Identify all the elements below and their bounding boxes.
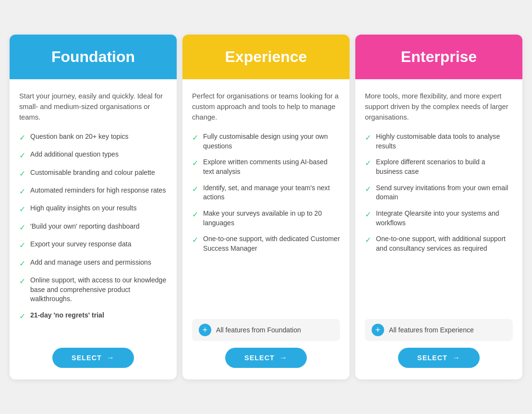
checkmark-icon: ✓ xyxy=(19,258,25,269)
plan-body-enterprise: More tools, more flexibility, and more e… xyxy=(355,79,522,298)
all-features-row: +All features from Foundation xyxy=(192,319,340,341)
feature-text: Question bank on 20+ key topics xyxy=(30,132,129,142)
list-item: ✓Integrate Qlearsite into your systems a… xyxy=(365,209,513,228)
plan-card-foundation: FoundationStart your journey, easily and… xyxy=(10,35,177,380)
checkmark-icon: ✓ xyxy=(365,209,371,220)
feature-text: Customisable branding and colour palette xyxy=(30,168,155,178)
feature-text: Send survey invitations from your own em… xyxy=(376,183,513,202)
select-label: SELECT xyxy=(244,354,275,362)
plan-description-experience: Perfect for organisations or teams looki… xyxy=(192,91,340,122)
list-item: ✓High quality insights on your results xyxy=(19,204,167,215)
checkmark-icon: ✓ xyxy=(19,240,25,251)
list-item: ✓One-to-one support, with additional sup… xyxy=(365,234,513,253)
feature-list-foundation: ✓Question bank on 20+ key topics✓Add add… xyxy=(19,132,167,329)
feature-text: Fully customisable design using your own… xyxy=(203,132,340,151)
feature-text: One-to-one support, with dedicated Custo… xyxy=(203,234,340,253)
list-item: ✓Automated reminders for high response r… xyxy=(19,186,167,197)
plan-title-experience: Experience xyxy=(192,48,340,66)
list-item: ✓Online support, with access to our know… xyxy=(19,276,167,304)
checkmark-icon: ✓ xyxy=(365,184,371,195)
feature-text: High quality insights on your results xyxy=(30,204,136,213)
feature-text: Online support, with access to our knowl… xyxy=(30,276,167,304)
feature-text: Explore written comments using AI-based … xyxy=(203,158,340,176)
select-label: SELECT xyxy=(72,354,102,362)
select-button-experience[interactable]: SELECT→ xyxy=(225,348,307,368)
list-item: ✓One-to-one support, with dedicated Cust… xyxy=(192,234,340,253)
list-item: ✓Add additional question types xyxy=(19,150,167,161)
feature-list-enterprise: ✓Highly customisable data tools to analy… xyxy=(365,132,513,286)
list-item: ✓Export your survey response data xyxy=(19,240,167,251)
list-item: ✓Add and manage users and permissions xyxy=(19,258,167,269)
all-features-text: All features from Foundation xyxy=(216,326,301,334)
all-features-text: All features from Experience xyxy=(389,326,474,334)
list-item: ✓'Build your own' reporting dashboard xyxy=(19,222,167,233)
feature-text: Add and manage users and permissions xyxy=(30,258,151,268)
list-item: ✓Fully customisable design using your ow… xyxy=(192,132,340,151)
plan-footer-experience: +All features from FoundationSELECT→ xyxy=(182,297,350,379)
plan-body-experience: Perfect for organisations or teams looki… xyxy=(182,79,350,298)
pricing-container: FoundationStart your journey, easily and… xyxy=(10,35,522,380)
plus-icon: + xyxy=(372,324,384,336)
checkmark-icon: ✓ xyxy=(19,133,25,143)
plan-title-foundation: Foundation xyxy=(19,48,167,66)
plan-description-foundation: Start your journey, easily and quickly. … xyxy=(19,91,167,122)
plan-card-enterprise: EnterpriseMore tools, more flexibility, … xyxy=(355,35,522,380)
plan-header-foundation: Foundation xyxy=(10,35,177,79)
checkmark-icon: ✓ xyxy=(19,150,25,161)
arrow-right-icon: → xyxy=(279,353,288,362)
checkmark-icon: ✓ xyxy=(19,186,25,197)
plan-footer-foundation: SELECT→ xyxy=(10,340,177,379)
list-item: ✓Make your surveys available in up to 20… xyxy=(192,209,340,228)
list-item: ✓Customisable branding and colour palett… xyxy=(19,168,167,179)
feature-list-experience: ✓Fully customisable design using your ow… xyxy=(192,132,340,286)
feature-text: 21-day 'no regrets' trial xyxy=(30,311,104,320)
feature-text: Automated reminders for high response ra… xyxy=(30,186,166,195)
list-item: ✓Send survey invitations from your own e… xyxy=(365,183,513,202)
checkmark-icon: ✓ xyxy=(19,311,25,322)
list-item: ✓Explore written comments using AI-based… xyxy=(192,158,340,176)
checkmark-icon: ✓ xyxy=(19,169,25,179)
checkmark-icon: ✓ xyxy=(365,235,371,245)
feature-text: Make your surveys available in up to 20 … xyxy=(203,209,340,228)
select-label: SELECT xyxy=(417,354,447,362)
list-item: ✓Highly customisable data tools to analy… xyxy=(365,132,513,151)
checkmark-icon: ✓ xyxy=(192,133,198,143)
checkmark-icon: ✓ xyxy=(19,276,25,287)
plus-icon: + xyxy=(199,324,211,336)
plan-card-experience: ExperiencePerfect for organisations or t… xyxy=(182,35,350,380)
feature-text: One-to-one support, with additional supp… xyxy=(376,234,513,253)
arrow-right-icon: → xyxy=(107,353,115,362)
checkmark-icon: ✓ xyxy=(19,222,25,233)
feature-text: 'Build your own' reporting dashboard xyxy=(30,222,140,231)
plan-body-foundation: Start your journey, easily and quickly. … xyxy=(10,79,177,341)
feature-text: Integrate Qlearsite into your systems an… xyxy=(376,209,513,228)
all-features-row: +All features from Experience xyxy=(365,319,513,341)
plan-description-enterprise: More tools, more flexibility, and more e… xyxy=(365,91,513,122)
list-item: ✓Identify, set, and manage your team's n… xyxy=(192,183,340,202)
arrow-right-icon: → xyxy=(452,353,460,362)
feature-text: Highly customisable data tools to analys… xyxy=(376,132,513,151)
list-item: ✓Question bank on 20+ key topics xyxy=(19,132,167,143)
select-button-foundation[interactable]: SELECT→ xyxy=(52,348,134,368)
feature-text: Explore different scenarios to build a b… xyxy=(376,158,513,176)
feature-text: Export your survey response data xyxy=(30,240,132,249)
feature-text: Identify, set, and manage your team's ne… xyxy=(203,183,340,202)
plan-header-enterprise: Enterprise xyxy=(355,35,522,79)
checkmark-icon: ✓ xyxy=(192,235,198,245)
checkmark-icon: ✓ xyxy=(365,133,371,143)
checkmark-icon: ✓ xyxy=(365,158,371,169)
checkmark-icon: ✓ xyxy=(192,209,198,220)
list-item: ✓21-day 'no regrets' trial xyxy=(19,311,167,322)
checkmark-icon: ✓ xyxy=(192,184,198,195)
checkmark-icon: ✓ xyxy=(192,158,198,169)
checkmark-icon: ✓ xyxy=(19,204,25,215)
plan-footer-enterprise: +All features from ExperienceSELECT→ xyxy=(355,297,522,379)
plan-header-experience: Experience xyxy=(182,35,350,79)
feature-text: Add additional question types xyxy=(30,150,119,159)
list-item: ✓Explore different scenarios to build a … xyxy=(365,158,513,176)
plan-title-enterprise: Enterprise xyxy=(365,48,513,66)
select-button-enterprise[interactable]: SELECT→ xyxy=(398,348,480,368)
